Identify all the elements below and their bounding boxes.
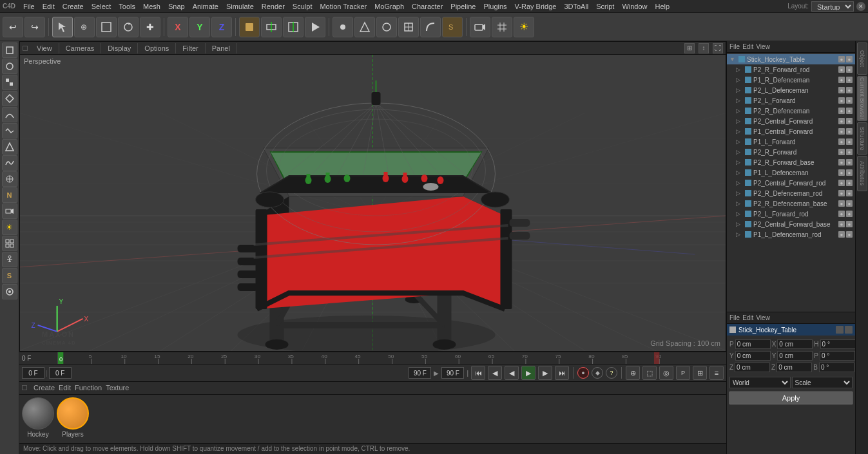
- axis-x-button[interactable]: X: [168, 17, 188, 37]
- light-button[interactable]: ☀: [514, 17, 534, 37]
- tree-item-10[interactable]: ▷ P1_L_Defenceman ● ●: [727, 167, 855, 178]
- tree-vis-0[interactable]: ●: [838, 66, 845, 73]
- menu-window[interactable]: Window: [622, 3, 647, 10]
- tree-render-0[interactable]: ●: [846, 66, 853, 73]
- tree-item-15[interactable]: ▷ P2_Central_Forward_base ● ●: [727, 219, 855, 229]
- tree-vis-12[interactable]: ●: [838, 190, 845, 196]
- go-to-start-button[interactable]: ⏮: [471, 366, 485, 380]
- tree-item-0[interactable]: ▷ P2_R_Forward_rod ● ●: [727, 64, 855, 75]
- motion-clip-button[interactable]: ⬚: [642, 366, 657, 380]
- tree-render-6[interactable]: ●: [846, 128, 853, 135]
- spline-tool[interactable]: [2, 123, 17, 138]
- menu-mograph[interactable]: MoGraph: [374, 3, 404, 10]
- go-to-end-button[interactable]: ⏭: [555, 366, 569, 380]
- tree-item-5[interactable]: ▷ P2_Central_Forward ● ●: [727, 116, 855, 126]
- mat-ball-players[interactable]: [57, 397, 89, 430]
- edge-mode-button[interactable]: [354, 17, 375, 37]
- tree-item-8[interactable]: ▷ P2_R_Forward ● ●: [727, 147, 855, 157]
- mat-options-icon[interactable]: [22, 385, 27, 390]
- tab-object[interactable]: Object: [857, 43, 867, 75]
- tree-render-11[interactable]: ●: [846, 180, 853, 186]
- record-button[interactable]: ●: [577, 367, 589, 379]
- end-frame-input1[interactable]: [409, 367, 431, 379]
- menu-3dtoall[interactable]: 3DToAll: [564, 3, 588, 10]
- grid-button[interactable]: [492, 17, 512, 37]
- current-frame-input[interactable]: [22, 367, 44, 379]
- cube-tool[interactable]: [2, 43, 17, 58]
- layout-select[interactable]: Startup: [811, 1, 854, 12]
- menu-vray-bridge[interactable]: V-Ray Bridge: [515, 3, 557, 10]
- grid-pb-button[interactable]: ⊞: [693, 366, 707, 380]
- timeline-track[interactable]: 0 5 10 15 20 25 30 35: [58, 352, 726, 364]
- transform-tool-button[interactable]: ✚: [140, 17, 160, 37]
- snap-left-tool[interactable]: [2, 284, 17, 299]
- checkered-tool[interactable]: [2, 75, 17, 90]
- camera-button[interactable]: [470, 17, 490, 37]
- play-reverse-button[interactable]: ◀: [505, 366, 519, 380]
- tree-vis-13[interactable]: ●: [838, 200, 845, 207]
- end-frame-input2[interactable]: [441, 367, 464, 379]
- tree-render-12[interactable]: ●: [846, 190, 853, 196]
- mat-item-players[interactable]: Players: [57, 397, 89, 438]
- move-tool-button[interactable]: ⊕: [74, 17, 95, 37]
- uv-mode-button[interactable]: [398, 17, 419, 37]
- tree-vis-10[interactable]: ●: [838, 169, 845, 176]
- b-input[interactable]: [819, 363, 854, 372]
- viewport-fullscreen-icon[interactable]: ⛶: [713, 43, 723, 53]
- shape-tool[interactable]: [2, 91, 17, 106]
- mat-tab-function[interactable]: Function: [75, 384, 102, 392]
- tree-vis-11[interactable]: ●: [838, 180, 845, 186]
- menu-help[interactable]: Help: [655, 3, 670, 10]
- light-left-tool[interactable]: ☀: [2, 220, 17, 235]
- viewport-3d[interactable]: Perspective Grid Spacing : 100 cm: [20, 55, 726, 351]
- viewport-options-icon[interactable]: [23, 46, 28, 51]
- close-icon[interactable]: ✕: [856, 2, 865, 11]
- circle-tool[interactable]: [2, 59, 17, 74]
- tree-vis-9[interactable]: ●: [838, 159, 845, 166]
- autokey-button[interactable]: ?: [606, 367, 617, 379]
- tab-cameras[interactable]: Cameras: [59, 43, 102, 53]
- axis-z-button[interactable]: Z: [211, 17, 232, 37]
- tree-render-5[interactable]: ●: [846, 118, 853, 124]
- tree-vis-1[interactable]: ●: [838, 77, 845, 83]
- curve-tool[interactable]: [2, 107, 17, 122]
- mat-tab-texture[interactable]: Texture: [106, 384, 129, 392]
- tree-vis-7[interactable]: ●: [838, 138, 845, 145]
- tree-item-2[interactable]: ▷ P2_L_Defenceman ● ●: [727, 85, 855, 95]
- tree-item-13[interactable]: ▷ P2_R_Defenceman_base ● ●: [727, 198, 855, 209]
- tree-vis-3[interactable]: ●: [838, 97, 845, 104]
- tree-item-11[interactable]: ▷ P2_Central_Forward_rod ● ●: [727, 178, 855, 188]
- tab-view[interactable]: View: [30, 43, 59, 53]
- tree-render-3[interactable]: ●: [846, 97, 853, 104]
- menu-animate[interactable]: Animate: [193, 3, 218, 10]
- y2-input[interactable]: [777, 351, 813, 361]
- tab-panel[interactable]: Panel: [206, 43, 237, 53]
- tree-render-2[interactable]: ●: [846, 87, 853, 93]
- tab-current-browser[interactable]: Current Browser: [857, 76, 867, 121]
- tree-item-6[interactable]: ▷ P1_Central_Forward ● ●: [727, 126, 855, 137]
- render-view-button[interactable]: [283, 17, 304, 37]
- obj-mode-button[interactable]: [239, 17, 260, 37]
- redo-button[interactable]: ↪: [24, 17, 45, 37]
- tree-vis-4[interactable]: ●: [838, 108, 845, 114]
- mat-ball-hockey[interactable]: [22, 397, 54, 430]
- param-button[interactable]: ◎: [659, 366, 673, 380]
- tree-render-16[interactable]: ●: [846, 231, 853, 238]
- tree-render-8[interactable]: ●: [846, 149, 853, 155]
- viewport-maximize-icon[interactable]: ⊞: [684, 43, 695, 53]
- tree-vis-2[interactable]: ●: [838, 87, 845, 93]
- menu-simulate[interactable]: Simulate: [226, 3, 254, 10]
- mat-tab-create[interactable]: Create: [34, 384, 55, 392]
- obj-render-btn[interactable]: [845, 326, 853, 334]
- tree-vis-15[interactable]: ●: [838, 221, 845, 227]
- menu-tools[interactable]: Tools: [119, 3, 135, 10]
- tree-render-14[interactable]: ●: [846, 211, 853, 217]
- p2-input[interactable]: [820, 351, 855, 361]
- obj-vis-btn[interactable]: [836, 326, 844, 334]
- coord-system-select[interactable]: World: [729, 377, 791, 388]
- menu-edit[interactable]: Edit: [43, 3, 55, 10]
- effector-tool[interactable]: [2, 171, 17, 187]
- tab-attributes[interactable]: Attributes: [857, 156, 867, 191]
- h-input[interactable]: [820, 339, 856, 349]
- rotate-tool-button[interactable]: [118, 17, 139, 37]
